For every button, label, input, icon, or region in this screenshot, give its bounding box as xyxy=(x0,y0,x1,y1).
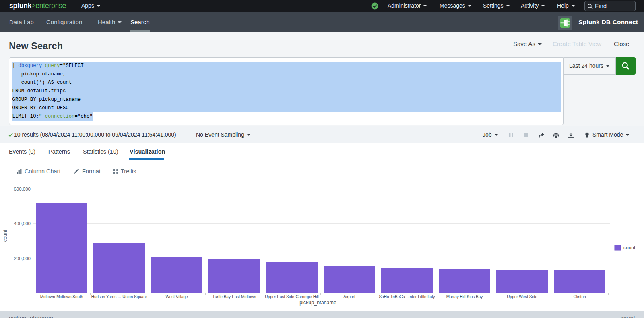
svg-text:Airport: Airport xyxy=(343,295,355,299)
svg-text:SoHo-TriBeCa-...nter-Little It: SoHo-TriBeCa-...nter-Little Italy xyxy=(379,295,435,299)
svg-text:count: count xyxy=(623,245,636,251)
svg-text:West Village: West Village xyxy=(165,295,188,299)
svg-text:Midtown-Midtown South: Midtown-Midtown South xyxy=(40,295,83,299)
svg-text:200,000: 200,000 xyxy=(14,256,31,261)
svg-text:Turtle Bay-East Midtown: Turtle Bay-East Midtown xyxy=(213,295,256,299)
svg-text:600,000: 600,000 xyxy=(14,187,31,191)
svg-text:Murray Hill-Kips Bay: Murray Hill-Kips Bay xyxy=(446,295,483,299)
svg-text:pickup_ntaname: pickup_ntaname xyxy=(299,300,336,306)
svg-text:Upper East Side-Carnegie Hill: Upper East Side-Carnegie Hill xyxy=(265,295,318,299)
svg-text:Clinton: Clinton xyxy=(573,295,586,299)
svg-text:Hudson Yards-...-Union Square: Hudson Yards-...-Union Square xyxy=(91,295,147,299)
svg-text:Upper West Side: Upper West Side xyxy=(507,295,537,299)
svg-text:400,000: 400,000 xyxy=(14,221,31,226)
svg-text:count: count xyxy=(2,229,8,242)
